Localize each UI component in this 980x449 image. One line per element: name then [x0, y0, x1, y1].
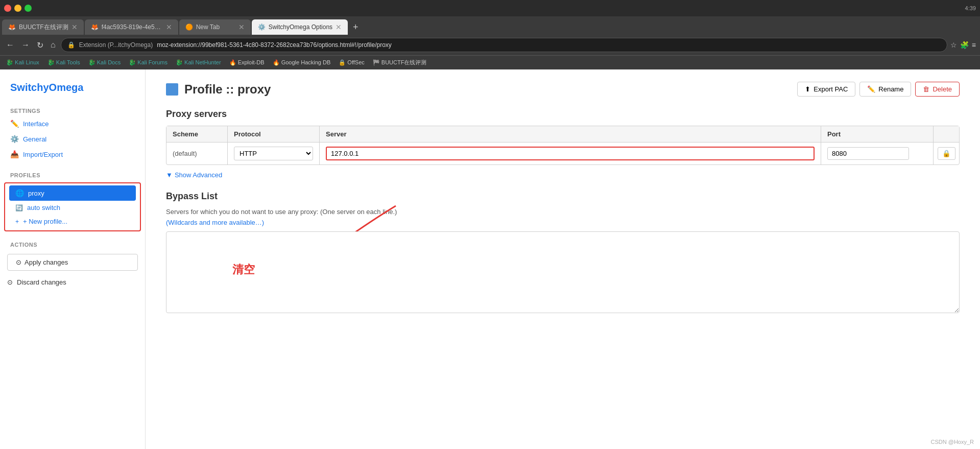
- rename-label: Rename: [878, 85, 903, 93]
- header-server: Server: [320, 126, 821, 142]
- bookmark-exploit-db[interactable]: 🔥 Exploit-DB: [227, 58, 267, 67]
- sidebar-item-label: Import/Export: [23, 151, 63, 158]
- sidebar: SwitchyOmega SETTINGS ✏️ Interface ⚙️ Ge…: [0, 69, 146, 449]
- reload-button[interactable]: ↻: [35, 38, 45, 52]
- scheme-value: (default): [173, 150, 197, 157]
- discard-label: Discard changes: [17, 278, 66, 286]
- window-controls: [4, 5, 32, 12]
- profile-icon-box: [166, 83, 178, 96]
- extensions-icon[interactable]: 🧩: [960, 41, 969, 49]
- tab-label: New Tab: [196, 23, 220, 31]
- show-advanced-label: Show Advanced: [175, 171, 222, 179]
- bookmark-star-icon[interactable]: ☆: [950, 41, 957, 49]
- bookmark-google-hacking-db[interactable]: 🔥 Google Hacking DB: [271, 58, 333, 67]
- url-text: moz-extension://99bef981-5361-4c80-8372-…: [157, 41, 392, 49]
- header-port: Port: [821, 126, 934, 142]
- header-lock: [934, 126, 959, 142]
- tab-switchyomega[interactable]: ⚙️ SwitchyOmega Options ✕: [252, 19, 348, 35]
- clock: 4:39: [965, 5, 976, 11]
- port-input[interactable]: [827, 147, 909, 160]
- title-bar: 4:39: [0, 0, 980, 16]
- app-content: SwitchyOmega SETTINGS ✏️ Interface ⚙️ Ge…: [0, 69, 980, 449]
- export-pac-label: Export PAC: [814, 85, 848, 93]
- tab-label: BUUCTF在线评测: [19, 23, 68, 32]
- tab-label: f4ac5935-819e-4e54-9f2f-8...: [102, 23, 163, 31]
- auto-switch-icon: 🔄: [15, 204, 23, 211]
- protocol-select[interactable]: HTTP HTTPS SOCKS4 SOCKS5: [234, 147, 313, 160]
- bookmark-offsec[interactable]: 🔒 OffSec: [337, 58, 366, 67]
- url-box[interactable]: 🔒 Extension (P...itchyOmega) moz-extensi…: [61, 38, 947, 52]
- new-profile-icon: +: [15, 218, 19, 225]
- app-title: SwitchyOmega: [0, 78, 145, 104]
- bypass-textarea[interactable]: [166, 231, 960, 313]
- tab-buuctf[interactable]: 🦊 BUUCTF在线评测 ✕: [2, 19, 84, 35]
- server-input[interactable]: [326, 147, 815, 160]
- bookmark-kali-forums[interactable]: 🐉 Kali Forums: [127, 58, 170, 67]
- server-cell: [320, 143, 821, 164]
- header-buttons: ⬆ Export PAC ✏️ Rename 🗑 Delete: [797, 82, 960, 97]
- window-maximize-button[interactable]: [25, 5, 32, 12]
- tab-close-icon[interactable]: ✕: [71, 23, 78, 31]
- apply-changes-button[interactable]: ⊙ Apply changes: [7, 254, 138, 271]
- proxy-icon: 🌐: [15, 189, 24, 197]
- actions-section-label: ACTIONS: [0, 238, 145, 250]
- page-title: Profile :: proxy: [184, 82, 271, 97]
- bookmark-kali-nethunter[interactable]: 🐉 Kali NetHunter: [174, 58, 223, 67]
- tab-f4ac[interactable]: 🦊 f4ac5935-819e-4e54-9f2f-8... ✕: [85, 19, 178, 35]
- bookmark-buuctf[interactable]: 🏁 BUUCTF在线评测: [371, 58, 429, 67]
- sidebar-item-importexport[interactable]: 📥 Import/Export: [0, 147, 145, 162]
- bookmark-kali-tools[interactable]: 🐉 Kali Tools: [45, 58, 82, 67]
- back-button[interactable]: ←: [4, 38, 16, 52]
- window-minimize-button[interactable]: [14, 5, 21, 12]
- tab-newtab[interactable]: 🟠 New Tab ✕: [179, 19, 251, 35]
- home-button[interactable]: ⌂: [49, 38, 58, 52]
- apply-icon: ⊙: [16, 258, 21, 266]
- show-advanced-link[interactable]: ▼ Show Advanced: [166, 169, 960, 181]
- export-pac-button[interactable]: ⬆ Export PAC: [797, 82, 855, 97]
- export-pac-icon: ⬆: [805, 85, 810, 93]
- profiles-section: 🌐 proxy 🔄 auto switch + + New profile...: [4, 182, 141, 231]
- page-header: Profile :: proxy ⬆ Export PAC ✏️ Rename …: [166, 82, 960, 97]
- watermark: CSDN @Hoxy_R: [930, 439, 974, 445]
- page-title-area: Profile :: proxy: [166, 82, 271, 97]
- bypass-link[interactable]: (Wildcards and more available…): [166, 219, 960, 226]
- lock-cell: 🔒: [934, 143, 959, 164]
- bookmarks-bar: 🐉 Kali Linux 🐉 Kali Tools 🐉 Kali Docs 🐉 …: [0, 55, 980, 69]
- delete-label: Delete: [933, 85, 952, 93]
- delete-button[interactable]: 🗑 Delete: [915, 82, 960, 97]
- sidebar-item-proxy[interactable]: 🌐 proxy: [9, 185, 136, 201]
- bypass-desc: Servers for which you do not want to use…: [166, 208, 960, 216]
- header-scheme: Scheme: [166, 126, 228, 142]
- lock-button[interactable]: 🔒: [938, 147, 955, 160]
- browser-chrome: 4:39 🦊 BUUCTF在线评测 ✕ 🦊 f4ac5935-819e-4e54…: [0, 0, 980, 69]
- discard-icon: ⊙: [7, 278, 13, 286]
- bookmark-kali-docs[interactable]: 🐉 Kali Docs: [86, 58, 123, 67]
- general-icon: ⚙️: [10, 135, 19, 143]
- tab-close-icon[interactable]: ✕: [238, 23, 245, 31]
- menu-icon[interactable]: ≡: [972, 41, 976, 49]
- bypass-title: Bypass List: [166, 191, 960, 202]
- new-tab-button[interactable]: +: [349, 20, 363, 35]
- bypass-section: Bypass List Servers for which you do not…: [166, 191, 960, 315]
- proxy-table-row: (default) HTTP HTTPS SOCKS4 SOCKS5: [166, 143, 959, 164]
- sidebar-item-general[interactable]: ⚙️ General: [0, 131, 145, 147]
- sidebar-item-interface[interactable]: ✏️ Interface: [0, 116, 145, 131]
- annotation-container: 清空: [166, 231, 960, 315]
- sidebar-item-label: + New profile...: [23, 218, 67, 225]
- delete-icon: 🗑: [923, 85, 929, 93]
- proxy-servers-table: Scheme Protocol Server Port (default) HT…: [166, 126, 960, 165]
- rename-button[interactable]: ✏️ Rename: [859, 82, 911, 97]
- rename-icon: ✏️: [867, 85, 875, 93]
- sidebar-item-auto-switch[interactable]: 🔄 auto switch: [5, 201, 140, 215]
- discard-changes-button[interactable]: ⊙ Discard changes: [0, 275, 145, 290]
- forward-button[interactable]: →: [19, 38, 32, 52]
- sidebar-item-new-profile[interactable]: + + New profile...: [5, 215, 140, 228]
- sidebar-item-label: auto switch: [27, 204, 60, 211]
- tab-close-icon[interactable]: ✕: [336, 23, 342, 31]
- sidebar-item-label: General: [23, 135, 46, 143]
- tab-favicon: 🦊: [91, 23, 99, 31]
- window-close-button[interactable]: [4, 5, 11, 12]
- tab-close-icon[interactable]: ✕: [166, 23, 172, 31]
- bookmark-kali-linux[interactable]: 🐉 Kali Linux: [4, 58, 41, 67]
- protocol-cell: HTTP HTTPS SOCKS4 SOCKS5: [228, 143, 320, 164]
